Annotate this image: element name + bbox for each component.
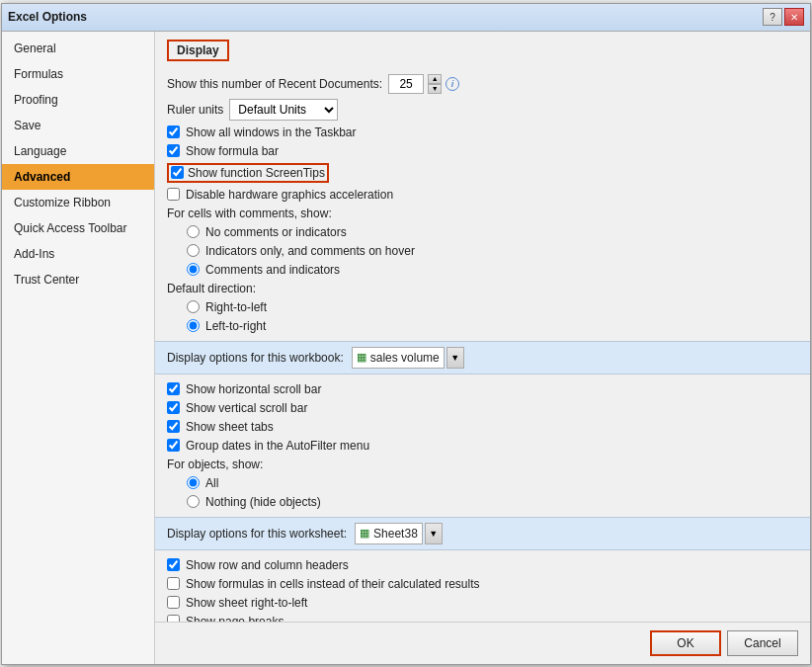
show-vert-scroll-checkbox[interactable]: [167, 401, 180, 414]
ruler-label: Ruler units: [167, 103, 223, 117]
show-formula-bar-label: Show formula bar: [186, 144, 279, 158]
show-horiz-scroll-row: Show horizontal scroll bar: [167, 382, 798, 396]
show-windows-label: Show all windows in the Taskbar: [186, 125, 357, 139]
disable-hardware-row: Disable hardware graphics acceleration: [167, 188, 798, 202]
left-to-right-row: Left-to-right: [187, 319, 798, 333]
show-formula-bar-checkbox[interactable]: [167, 144, 180, 157]
close-button[interactable]: ✕: [784, 8, 804, 26]
show-screentips-checkbox[interactable]: [171, 166, 184, 179]
dialog-footer: OK Cancel: [155, 622, 810, 664]
show-sheet-rtl-checkbox[interactable]: [167, 596, 180, 609]
sidebar-item-proofing[interactable]: Proofing: [2, 87, 154, 113]
show-row-col-headers-checkbox[interactable]: [167, 558, 180, 571]
right-to-left-label: Right-to-left: [205, 300, 267, 314]
left-to-right-label: Left-to-right: [205, 319, 266, 333]
group-dates-label: Group dates in the AutoFilter menu: [186, 439, 369, 453]
worksheet-dropdown-arrow[interactable]: ▼: [425, 523, 443, 544]
show-vert-scroll-label: Show vertical scroll bar: [186, 401, 307, 415]
sidebar-item-quick-access[interactable]: Quick Access Toolbar: [2, 215, 154, 241]
ok-button[interactable]: OK: [650, 630, 721, 656]
ruler-dropdown[interactable]: Default Units Inches Centimeters Millime…: [229, 99, 338, 121]
workbook-name-text: sales volume: [370, 351, 440, 365]
show-page-breaks-checkbox[interactable]: [167, 615, 180, 622]
comments-indicators-radio[interactable]: [187, 263, 200, 276]
spin-down[interactable]: ▼: [428, 84, 442, 94]
objects-all-row: All: [187, 476, 798, 490]
direction-label: Default direction:: [167, 282, 798, 295]
show-windows-checkbox[interactable]: [167, 125, 180, 138]
recent-docs-spinner: ▲ ▼: [428, 74, 442, 94]
worksheet-dropdown-group: ▦ Sheet38 ▼: [355, 523, 443, 544]
ruler-dropdown-group: Default Units Inches Centimeters Millime…: [229, 99, 338, 121]
worksheet-icon: ▦: [360, 527, 369, 540]
comments-label: For cells with comments, show:: [167, 207, 798, 220]
disable-hardware-checkbox[interactable]: [167, 188, 180, 201]
show-sheet-tabs-checkbox[interactable]: [167, 420, 180, 433]
no-comments-radio[interactable]: [187, 225, 200, 238]
sidebar-item-formulas[interactable]: Formulas: [2, 61, 154, 87]
info-icon[interactable]: i: [446, 77, 459, 91]
worksheet-name-display: ▦ Sheet38: [355, 523, 423, 544]
no-comments-row: No comments or indicators: [187, 225, 798, 239]
show-vert-scroll-row: Show vertical scroll bar: [167, 401, 798, 415]
sidebar-item-language[interactable]: Language: [2, 138, 154, 164]
worksheet-label: Display options for this worksheet:: [167, 527, 347, 541]
show-formulas-checkbox[interactable]: [167, 577, 180, 590]
group-dates-checkbox[interactable]: [167, 439, 180, 452]
recent-docs-input-group: ▲ ▼ i: [388, 74, 459, 94]
indicators-only-radio[interactable]: [187, 244, 200, 257]
comments-indicators-label: Comments and indicators: [205, 263, 340, 277]
screentips-highlight: Show function ScreenTips: [167, 163, 329, 183]
show-sheet-tabs-label: Show sheet tabs: [186, 420, 274, 434]
show-formulas-label: Show formulas in cells instead of their …: [186, 577, 479, 591]
dialog-title: Excel Options: [8, 10, 87, 24]
objects-all-label: All: [205, 476, 218, 490]
spin-up[interactable]: ▲: [428, 74, 442, 84]
display-section-header: Display: [167, 40, 229, 61]
objects-nothing-label: Nothing (hide objects): [205, 495, 321, 509]
recent-docs-label: Show this number of Recent Documents:: [167, 77, 382, 91]
sidebar-item-save[interactable]: Save: [2, 113, 154, 138]
show-row-col-headers-row: Show row and column headers: [167, 558, 798, 572]
excel-options-dialog: Excel Options ? ✕ General Formulas Proof…: [1, 3, 811, 665]
workbook-icon: ▦: [357, 351, 366, 364]
show-screentips-row: Show function ScreenTips: [167, 163, 798, 183]
objects-nothing-row: Nothing (hide objects): [187, 495, 798, 509]
recent-docs-row: Show this number of Recent Documents: ▲ …: [167, 74, 798, 94]
comments-indicators-row: Comments and indicators: [187, 263, 798, 277]
workbook-label: Display options for this workbook:: [167, 351, 344, 365]
workbook-dropdown-arrow[interactable]: ▼: [447, 347, 464, 369]
workbook-dropdown-group: ▦ sales volume ▼: [352, 347, 464, 369]
content-area: Display Show this number of Recent Docum…: [155, 32, 810, 622]
show-windows-row: Show all windows in the Taskbar: [167, 125, 798, 139]
sidebar-item-advanced[interactable]: Advanced: [2, 164, 154, 190]
group-dates-row: Group dates in the AutoFilter menu: [167, 439, 798, 453]
show-horiz-scroll-label: Show horizontal scroll bar: [186, 382, 321, 396]
title-bar: Excel Options ? ✕: [2, 4, 810, 32]
ruler-row: Ruler units Default Units Inches Centime…: [167, 99, 798, 121]
sidebar-item-customize-ribbon[interactable]: Customize Ribbon: [2, 190, 154, 215]
sidebar-item-trust-center[interactable]: Trust Center: [2, 267, 154, 292]
main-content: Display Show this number of Recent Docum…: [155, 32, 810, 664]
show-screentips-label: Show function ScreenTips: [188, 166, 325, 180]
workbook-section-header: Display options for this workbook: ▦ sal…: [155, 341, 810, 375]
worksheet-section-header: Display options for this worksheet: ▦ Sh…: [155, 517, 810, 550]
left-to-right-radio[interactable]: [187, 319, 200, 332]
help-button[interactable]: ?: [763, 8, 782, 26]
right-to-left-radio[interactable]: [187, 300, 200, 313]
show-horiz-scroll-checkbox[interactable]: [167, 382, 180, 395]
show-formulas-row: Show formulas in cells instead of their …: [167, 577, 798, 591]
sidebar-item-general[interactable]: General: [2, 36, 154, 61]
show-page-breaks-label: Show page breaks: [186, 615, 284, 622]
sidebar-item-add-ins[interactable]: Add-Ins: [2, 241, 154, 267]
objects-all-radio[interactable]: [187, 476, 200, 489]
title-bar-buttons: ? ✕: [763, 8, 804, 26]
right-to-left-row: Right-to-left: [187, 300, 798, 314]
workbook-name-display: ▦ sales volume: [352, 347, 445, 369]
cancel-button[interactable]: Cancel: [727, 630, 798, 656]
worksheet-name-text: Sheet38: [373, 527, 418, 541]
show-page-breaks-row: Show page breaks: [167, 615, 798, 622]
show-sheet-rtl-label: Show sheet right-to-left: [186, 596, 307, 610]
recent-docs-input[interactable]: [388, 74, 424, 94]
objects-nothing-radio[interactable]: [187, 495, 200, 508]
